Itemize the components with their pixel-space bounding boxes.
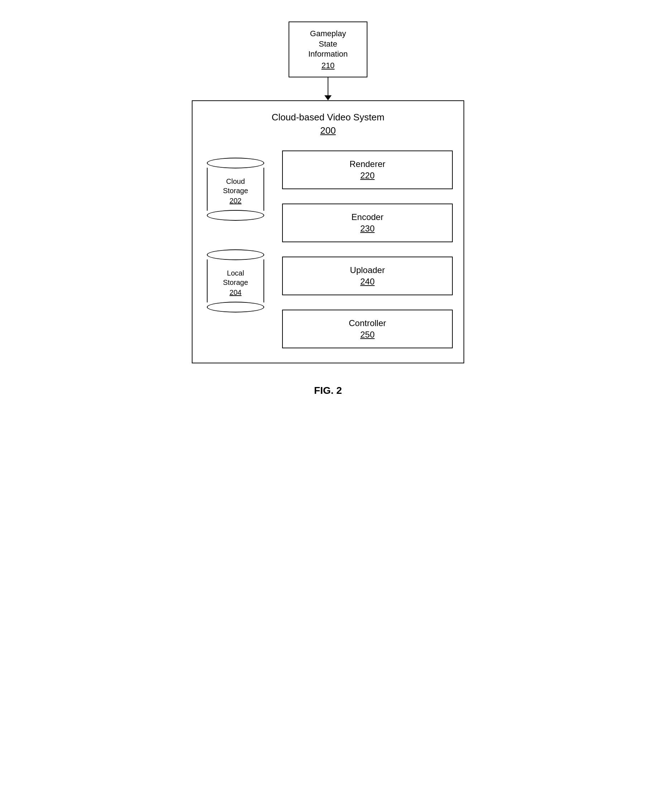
encoder-ref: 230 xyxy=(290,224,445,234)
cylinder-body-cloud: Cloud Storage 202 xyxy=(207,168,264,211)
uploader-title: Uploader xyxy=(350,265,385,275)
arrow-line xyxy=(328,77,328,95)
cylinder-body-local: Local Storage 204 xyxy=(207,259,264,303)
gameplay-title-line1: Gameplay State xyxy=(310,29,346,48)
cylinder-bottom-cloud xyxy=(207,210,264,221)
gameplay-state-box: Gameplay State Information 210 xyxy=(289,22,367,77)
arrow-gameplay-to-system xyxy=(325,77,331,100)
local-storage-label: Local Storage xyxy=(223,269,248,287)
cylinder-bottom-local xyxy=(207,302,264,312)
gameplay-title: Gameplay State Information xyxy=(308,29,348,59)
encoder-title: Encoder xyxy=(351,212,383,222)
uploader-box: Uploader 240 xyxy=(282,256,453,295)
inner-layout: Cloud Storage 202 Local Storage xyxy=(203,150,453,348)
encoder-box: Encoder 230 xyxy=(282,204,453,242)
renderer-box: Renderer 220 xyxy=(282,150,453,189)
gameplay-ref: 210 xyxy=(300,61,356,70)
cloud-storage-cylinder: Cloud Storage 202 xyxy=(207,157,264,221)
storage-column: Cloud Storage 202 Local Storage xyxy=(203,150,268,312)
controller-ref: 250 xyxy=(290,330,445,340)
cloud-storage-ref: 202 xyxy=(229,197,241,205)
system-title: Cloud-based Video System xyxy=(203,112,453,123)
gameplay-title-line2: Information xyxy=(308,49,348,59)
cloud-storage-label: Cloud Storage xyxy=(223,177,248,195)
cylinder-top-local xyxy=(207,249,264,260)
local-storage-line1: Local xyxy=(227,269,244,277)
controller-box: Controller 250 xyxy=(282,310,453,348)
local-storage-ref: 204 xyxy=(229,289,241,297)
renderer-ref: 220 xyxy=(290,171,445,181)
cloud-video-system-box: Cloud-based Video System 200 Cloud Stora… xyxy=(192,100,464,363)
page-container: Gameplay State Information 210 Cloud-bas… xyxy=(185,7,471,418)
local-storage-cylinder: Local Storage 204 xyxy=(207,249,264,312)
system-ref: 200 xyxy=(203,125,453,136)
components-column: Renderer 220 Encoder 230 Uploader 240 Co… xyxy=(282,150,453,348)
arrow-head xyxy=(325,95,331,100)
cylinder-top-cloud xyxy=(207,157,264,168)
controller-title: Controller xyxy=(349,318,386,328)
local-storage-line2: Storage xyxy=(223,278,248,286)
cloud-storage-line1: Cloud xyxy=(226,178,245,185)
uploader-ref: 240 xyxy=(290,276,445,287)
renderer-title: Renderer xyxy=(350,159,385,169)
cloud-storage-line2: Storage xyxy=(223,187,248,195)
fig-caption: FIG. 2 xyxy=(314,385,342,396)
